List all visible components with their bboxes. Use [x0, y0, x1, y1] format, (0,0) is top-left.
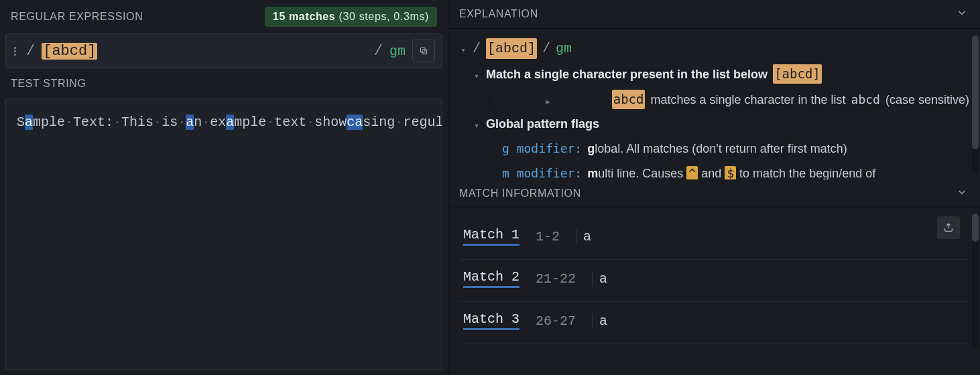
matchinfo-panel-header[interactable]: MATCH INFORMATION [448, 179, 980, 208]
matchinfo-header-label: MATCH INFORMATION [459, 188, 581, 200]
regex-close-delimiter-explain: / [542, 38, 550, 59]
chevron-down-icon[interactable] [956, 7, 968, 21]
teststring-header-label: TEST STRING [11, 78, 86, 90]
match-row[interactable]: Match 11-2a [461, 218, 968, 260]
teststring-section-header: TEST STRING [5, 75, 442, 92]
explain-abcd-line: abcd matches a single character in the l… [459, 90, 969, 110]
drag-handle-icon[interactable] [10, 47, 19, 56]
tree-toggle-icon[interactable] [489, 91, 607, 110]
export-icon [943, 222, 954, 233]
dollar-token: $ [725, 166, 736, 179]
explain-m-mod-line: m modifier: multi line. Causes ^ and $ t… [459, 164, 969, 179]
regex-input-row: / [abcd] / gm [5, 33, 442, 68]
match-row[interactable]: Match 326-27a [461, 302, 968, 344]
matchinfo-panel-body: Match 11-2aMatch 221-22aMatch 326-27a [448, 208, 980, 375]
match-label: Match 2 [463, 269, 519, 288]
match-highlight: a [226, 115, 234, 130]
left-column: REGULAR EXPRESSION 15 matches (30 steps,… [0, 0, 448, 375]
whitespace-dot: · [154, 115, 162, 130]
match-label: Match 3 [463, 311, 519, 330]
regex-open-delimiter: / [26, 43, 35, 60]
caret-token: ^ [686, 166, 698, 179]
explanation-panel-body: / [abcd] / gm Match a single character p… [448, 29, 980, 179]
whitespace-dot: · [202, 115, 210, 130]
m-modifier-desc-post: to match the begin/end of [739, 167, 875, 179]
match-label: Match 1 [463, 227, 519, 246]
regex-token-charclass: [abcd] [42, 43, 97, 60]
explain-root-flags: gm [556, 38, 572, 59]
whitespace-dot: · [178, 115, 186, 130]
svg-rect-1 [420, 48, 425, 52]
explain-charclass-line: Match a single character present in the … [459, 64, 969, 84]
copy-regex-button[interactable] [412, 40, 435, 62]
whitespace-dot: · [306, 115, 314, 130]
explanation-panel-header[interactable]: EXPLANATION [448, 0, 980, 29]
explain-root-pattern: [abcd] [486, 38, 537, 59]
match-text: a [592, 313, 607, 329]
scrollbar-thumb[interactable] [972, 214, 979, 242]
m-modifier-desc-pre: ulti line. Causes [598, 167, 686, 179]
explain-charclass-title: Match a single character present in the … [486, 66, 768, 84]
regex-close-delimiter: / [374, 43, 383, 60]
match-count-detail: (30 steps, 0.3ms) [339, 11, 429, 22]
export-matches-button[interactable] [937, 216, 960, 239]
right-column: EXPLANATION / [abcd] / gm Match a single… [448, 0, 980, 375]
whitespace-dot: · [113, 115, 121, 130]
match-row[interactable]: Match 221-22a [461, 260, 968, 302]
explanation-root: / [abcd] / gm [459, 38, 969, 59]
explain-globalflags-line: Global pattern flags [459, 115, 969, 134]
chevron-down-icon[interactable] [956, 186, 968, 201]
m-modifier-label: m modifier: [502, 164, 582, 179]
match-range: 21-22 [536, 271, 576, 287]
explanation-header-label: EXPLANATION [459, 8, 538, 20]
svg-rect-0 [422, 50, 427, 54]
scrollbar-thumb[interactable] [972, 35, 979, 149]
g-modifier-desc: lobal. All matches (don't return after f… [595, 142, 847, 155]
copy-icon [418, 46, 429, 56]
match-highlight: a [25, 115, 33, 130]
regex-open-delimiter-explain: / [473, 38, 481, 59]
regex-section-header: REGULAR EXPRESSION 15 matches (30 steps,… [5, 4, 442, 29]
match-text: a [576, 229, 591, 244]
regex-header-label: REGULAR EXPRESSION [11, 11, 143, 23]
explain-abcd-desc-pre: matches a single character in the list [650, 91, 845, 110]
explain-abcd-desc-post: (case sensitive) [885, 91, 969, 110]
explain-g-mod-line: g modifier: global. All matches (don't r… [459, 139, 969, 159]
whitespace-dot: · [395, 115, 403, 130]
match-text: a [592, 271, 607, 287]
match-range: 26-27 [536, 313, 576, 329]
explain-abcd-list: abcd [851, 90, 880, 109]
whitespace-dot: · [65, 115, 73, 130]
regex-pattern-input[interactable]: [abcd] [42, 43, 367, 60]
tree-toggle-icon[interactable] [473, 66, 481, 84]
regex-flags[interactable]: gm [389, 44, 406, 59]
match-highlight: c [347, 115, 355, 130]
match-highlight: a [186, 115, 194, 130]
m-mod-and: and [701, 167, 721, 179]
explain-abcd-token: abcd [612, 90, 646, 109]
tree-toggle-icon[interactable] [459, 38, 467, 59]
match-highlight: a [355, 115, 363, 130]
tree-toggle-icon[interactable] [473, 115, 481, 134]
match-range: 1-2 [536, 229, 560, 244]
match-count-number: 15 matches [273, 11, 336, 22]
app-root: REGULAR EXPRESSION 15 matches (30 steps,… [0, 0, 980, 375]
g-modifier-label: g modifier: [502, 139, 582, 158]
match-count-badge: 15 matches (30 steps, 0.3ms) [265, 7, 437, 27]
teststring-input[interactable]: Sample·Text:·This·is·an·example·text·sho… [5, 98, 442, 370]
explain-globalflags-title: Global pattern flags [486, 115, 599, 134]
explain-charclass-token: [abcd] [773, 64, 822, 84]
whitespace-dot: · [266, 115, 274, 130]
